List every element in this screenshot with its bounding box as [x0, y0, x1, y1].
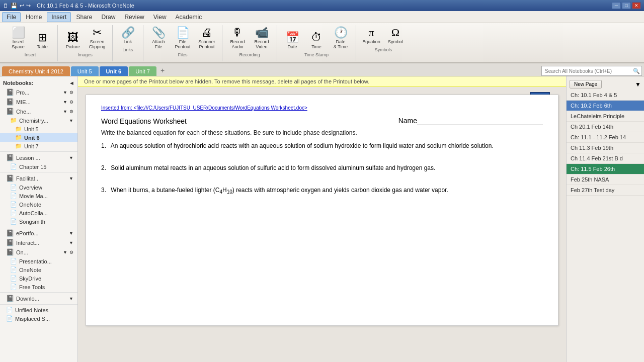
ribbon-btn-screen-clipping[interactable]: ✂ ScreenClipping — [86, 26, 108, 50]
sidebar-item-eportfo[interactable]: 📓 ePortfo... ▼ — [0, 228, 77, 238]
ribbon-btn-attach-file[interactable]: 📎 AttachFile — [147, 26, 170, 50]
tab-chemistry-unit4[interactable]: Chemistry Unit 4 2012 — [2, 66, 70, 76]
sidebar-item-downlo[interactable]: 📓 Downlo... ▼ — [0, 294, 77, 303]
ribbon-images-buttons: 🖼 Picture ✂ ScreenClipping — [62, 25, 108, 51]
links-group-label: Links — [122, 47, 133, 52]
worksheet-source[interactable]: Inserted from: <file:///C:/Users/FUJITSU… — [101, 105, 543, 111]
ribbon-btn-table[interactable]: ⊞ Table — [31, 31, 53, 50]
page-icon-unfiled: 📄 — [6, 307, 13, 313]
sidebar-item-unit7[interactable]: 📁 Unit 7 — [0, 142, 77, 150]
sidebar-item-pro[interactable]: 📓 Pro... ▼ ⚙ — [0, 87, 77, 97]
sidebar-item-unfiled[interactable]: 📄 Unfiled Notes — [0, 306, 77, 314]
expand-icon-pro: ▼ — [63, 90, 67, 95]
quick-access-save[interactable]: 💾 — [11, 3, 18, 9]
ribbon-btn-date[interactable]: 📅 Date — [281, 31, 303, 50]
title-text: Ch: 10.1 Feb 4 & 5 - Microsoft OneNote — [37, 3, 134, 9]
close-button[interactable]: ✕ — [632, 2, 641, 9]
sidebar-item-unit6[interactable]: 📁 Unit 6 — [0, 133, 77, 142]
page-item-ch111[interactable]: Ch: 11.1 - 11.2 Feb 14 — [567, 132, 644, 143]
menu-draw[interactable]: Draw — [97, 13, 119, 22]
sidebar-label-unit7: Unit 7 — [24, 143, 39, 149]
page-item-ch102[interactable]: Ch: 10.2 Feb 6th — [567, 101, 644, 111]
sidebar-item-mie[interactable]: 📓 MIE... ▼ ⚙ — [0, 97, 77, 107]
ribbon-group-symbols: π Equation Ω Symbol Symbols — [356, 25, 411, 61]
menu-review[interactable]: Review — [120, 13, 148, 22]
sidebar-item-che[interactable]: 📓 Che... ▼ ⚙ — [0, 107, 77, 116]
sidebar-item-interact[interactable]: 📓 Interact... ▼ — [0, 238, 77, 247]
page-item-lechateleirs[interactable]: LeChateleirs Principle — [567, 111, 644, 122]
ribbon-btn-insert-space[interactable]: ⬜ InsertSpace — [7, 26, 29, 50]
record-video-icon: 📹 — [255, 27, 269, 38]
sidebar-item-misplaced[interactable]: 📄 Misplaced S... — [0, 314, 77, 323]
worksheet-question-3: 3. When it burns, a butane-fueled lighte… — [101, 187, 543, 195]
ribbon-btn-equation[interactable]: π Equation — [360, 26, 382, 45]
expand-icon-lesson: ▼ — [69, 155, 73, 160]
tab-unit6[interactable]: Unit 6 — [100, 66, 128, 76]
tab-unit5[interactable]: Unit 5 — [71, 66, 99, 76]
ribbon-btn-record-audio[interactable]: 🎙 RecordAudio — [226, 26, 249, 50]
page-item-ch101[interactable]: Ch: 10.1 Feb 4 & 5 — [567, 90, 644, 101]
search-input[interactable] — [541, 66, 642, 76]
ribbon-btn-symbol[interactable]: Ω Symbol — [384, 26, 407, 45]
sidebar-item-onenote1[interactable]: 📄 OneNote — [0, 200, 77, 209]
ribbon-btn-record-video[interactable]: 📹 RecordVideo — [251, 26, 273, 50]
menu-view[interactable]: View — [149, 13, 171, 22]
page-item-ch201[interactable]: Ch 20.1 Feb 14th — [567, 122, 644, 132]
sidebar-item-overview[interactable]: 📄 Overview — [0, 183, 77, 192]
question-1-text: An aqueous solution of hydrochloric acid… — [111, 142, 494, 149]
new-page-button[interactable]: New Page — [570, 80, 602, 88]
worksheet-title: Word Equations Worksheet Name — [101, 117, 543, 125]
page-icon-chapter15: 📄 — [10, 163, 17, 170]
sidebar-item-chapter15[interactable]: 📄 Chapter 15 — [0, 162, 77, 171]
tab-add-button[interactable]: + — [157, 65, 168, 76]
page-item-ch114[interactable]: Ch 11.4 Feb 21st B d — [567, 153, 644, 164]
page-item-ch115[interactable]: Ch: 11.5 Feb 26th — [567, 164, 644, 174]
menu-share[interactable]: Share — [72, 13, 96, 22]
expand-icon-eportfo: ▼ — [69, 231, 73, 236]
question-2-text: Solid aluminum metal reacts in an aqueou… — [111, 164, 435, 171]
sidebar-item-on[interactable]: 📓 On... ▼ ⚙ — [0, 247, 77, 257]
page-content[interactable]: W Word Equation... Inserted from: <file:… — [78, 87, 566, 362]
sidebar-divider-1 — [0, 151, 77, 152]
sidebar-collapse-icon[interactable]: ◄ — [69, 80, 74, 86]
quick-access-redo[interactable]: ↪ — [26, 3, 31, 9]
sidebar-item-onenote2[interactable]: 📄 OneNote — [0, 265, 77, 274]
sidebar-item-skydrive[interactable]: 📄 SkyDrive — [0, 274, 77, 283]
quick-access-undo[interactable]: ↩ — [20, 3, 24, 9]
dropdown-icon[interactable]: ▼ — [635, 81, 641, 88]
page-item-ch113[interactable]: Ch 11.3 Feb 19th — [567, 143, 644, 153]
sidebar-label-unit5: Unit 5 — [24, 126, 39, 132]
menu-insert[interactable]: Insert — [47, 12, 71, 22]
source-link[interactable]: file:///C:/Users/FUJITSU_USER/Documents/… — [136, 105, 304, 111]
minimize-button[interactable]: ─ — [612, 2, 621, 9]
sidebar-item-autocolla[interactable]: 📄 AutoColla... — [0, 209, 77, 217]
ribbon-btn-date-time[interactable]: 🕐 Date& Time — [330, 26, 352, 50]
sidebar-item-lesson[interactable]: 📓 Lesson ... ▼ — [0, 153, 77, 162]
sidebar-label-skydrive: SkyDrive — [19, 276, 41, 282]
name-line — [417, 117, 543, 125]
sidebar-item-freetools[interactable]: 📄 Free Tools — [0, 283, 77, 291]
sidebar-label-pro: Pro... — [16, 89, 29, 96]
sidebar-item-unit5[interactable]: 📁 Unit 5 — [0, 125, 77, 133]
sidebar-item-chemistry[interactable]: 📁 Chemistry... ▼ — [0, 116, 77, 125]
sidebar-item-presentatio[interactable]: 📄 Presentatio... — [0, 257, 77, 265]
ribbon-btn-picture[interactable]: 🖼 Picture — [62, 31, 84, 50]
ribbon-btn-scanner-printout[interactable]: 🖨 ScannerPrintout — [196, 26, 218, 50]
tab-unit7[interactable]: Unit 7 — [129, 66, 156, 76]
sidebar-item-moviema[interactable]: 📄 Movie Ma... — [0, 192, 77, 200]
expand-icon-downlo: ▼ — [69, 296, 73, 301]
page-item-feb25[interactable]: Feb 25th NASA — [567, 174, 644, 185]
menu-file[interactable]: File — [2, 12, 21, 22]
ribbon-btn-time[interactable]: ⏱ Time — [305, 31, 328, 50]
page-item-feb27[interactable]: Feb 27th Test day — [567, 185, 644, 196]
sidebar-item-facilitat[interactable]: 📓 Facilitat... ▼ — [0, 173, 77, 183]
sidebar-label-facilitat: Facilitat... — [16, 175, 40, 182]
ribbon-btn-link[interactable]: 🔗 Link — [117, 26, 139, 45]
menu-academic[interactable]: Academic — [172, 13, 206, 22]
menu-home[interactable]: Home — [22, 13, 46, 22]
sidebar-item-songsmith[interactable]: 📄 Songsmith — [0, 217, 77, 226]
ribbon-btn-file-printout[interactable]: 📄 FilePrintout — [172, 26, 194, 50]
sidebar-label-freetools: Free Tools — [19, 284, 45, 290]
maximize-button[interactable]: □ — [622, 2, 631, 9]
sidebar-label-presentatio: Presentatio... — [19, 258, 52, 264]
